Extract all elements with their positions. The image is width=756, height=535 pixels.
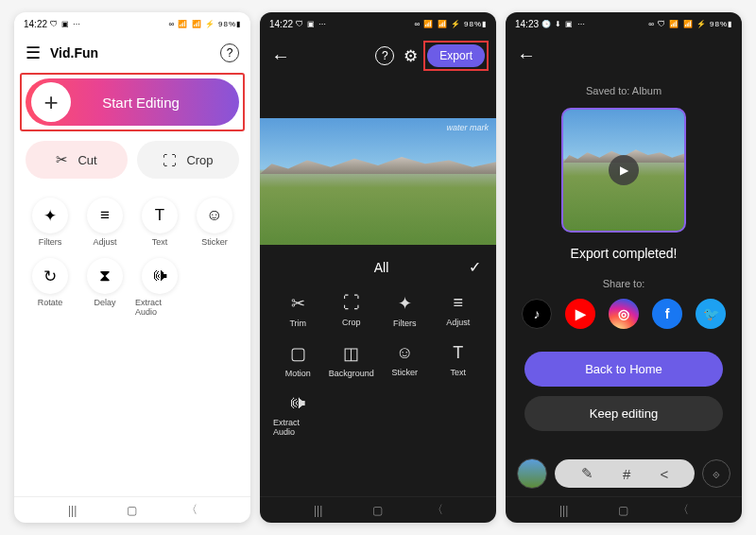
share-row: ♪▶◎f🐦 <box>522 299 726 329</box>
plus-icon: + <box>31 82 71 122</box>
nav-home-icon[interactable]: ▢ <box>616 503 631 518</box>
share-facebook-icon[interactable]: f <box>652 299 682 329</box>
screen-export-done: 14:23 🕒 ⬇ ▣ ⋯ ∞ 🛡 📶 📶 ⚡ 98%▮ ← Saved to:… <box>506 12 742 523</box>
filters-icon: ✦ <box>398 293 412 314</box>
tab-all[interactable]: All <box>294 260 469 275</box>
status-icons-right: ∞ 📶 📶 ⚡ 98%▮ <box>414 20 487 28</box>
tool-extract-audio[interactable]: 🕪Extract Audio <box>135 258 184 317</box>
etool-sticker[interactable]: ☺Sticker <box>380 343 430 378</box>
confirm-icon[interactable]: ✓ <box>469 258 481 276</box>
recent-thumbnail[interactable] <box>517 458 547 489</box>
etool-label: Text <box>450 368 466 377</box>
screen-home: 14:22 🛡 ▣ ⋯ ∞ 📶 📶 ⚡ 98%▮ ☰ Vid.Fun ? + S… <box>14 12 250 523</box>
background-icon: ◫ <box>343 343 359 364</box>
tool-filters[interactable]: ✦Filters <box>26 198 75 247</box>
etool-trim[interactable]: ✂Trim <box>273 293 323 328</box>
tool-rotate[interactable]: ↻Rotate <box>26 258 75 317</box>
status-time: 14:23 <box>515 19 539 29</box>
etool-filters[interactable]: ✦Filters <box>380 293 430 328</box>
edit-icon[interactable]: ✎ <box>581 465 593 482</box>
floating-action-icon[interactable]: ⟐ <box>702 459 730 488</box>
export-label: Export <box>439 49 472 62</box>
status-time: 14:22 <box>269 19 293 29</box>
help-icon[interactable]: ? <box>375 46 394 65</box>
nav-home-icon[interactable]: ▢ <box>125 503 140 518</box>
editor-header: ← ? ⚙ Export <box>260 35 496 77</box>
tool-label: Delay <box>94 298 115 307</box>
hashtag-icon[interactable]: # <box>623 466 630 482</box>
etool-label: Background <box>329 369 374 378</box>
system-nav-bar: ||| ▢ 〈 <box>14 496 250 523</box>
start-editing-label: Start Editing <box>71 95 239 111</box>
etool-label: Filters <box>393 319 417 328</box>
extract-audio-icon: 🕪 <box>289 393 306 413</box>
system-nav-bar: ||| ▢ 〈 <box>260 496 496 523</box>
back-icon[interactable]: ← <box>271 45 290 67</box>
cut-button[interactable]: ✂ Cut <box>26 141 128 179</box>
crop-icon: ⛶ <box>163 152 177 168</box>
crop-icon: ⛶ <box>343 293 360 313</box>
etool-crop[interactable]: ⛶Crop <box>327 293 377 328</box>
adjust-icon: ≡ <box>87 198 123 233</box>
nav-back-icon[interactable]: 〈 <box>184 503 199 518</box>
tool-label: Text <box>152 237 168 247</box>
tool-delay[interactable]: ⧗Delay <box>80 258 129 317</box>
share-twitter-icon[interactable]: 🐦 <box>696 299 726 329</box>
nav-recent-icon[interactable]: ||| <box>65 503 80 518</box>
back-to-home-button[interactable]: Back to Home <box>524 352 723 387</box>
menu-icon[interactable]: ☰ <box>26 43 41 63</box>
tool-text[interactable]: TText <box>135 198 184 247</box>
crop-label: Crop <box>186 153 213 167</box>
status-icons-left: 🕒 ⬇ ▣ ⋯ <box>541 20 586 28</box>
text-icon: T <box>142 198 178 233</box>
cut-label: Cut <box>77 153 96 167</box>
nav-back-icon[interactable]: 〈 <box>430 503 445 518</box>
nav-home-icon[interactable]: ▢ <box>370 503 386 518</box>
export-button[interactable]: Export <box>427 44 485 67</box>
etool-extract-audio[interactable]: 🕪Extract Audio <box>273 393 323 437</box>
status-icons-left: 🛡 ▣ ⋯ <box>50 20 81 28</box>
etool-label: Motion <box>285 369 311 378</box>
status-icons-left: 🛡 ▣ ⋯ <box>296 20 327 28</box>
editor-tools-grid: ✂Trim⛶Crop✦Filters≡Adjust▢Motion◫Backgro… <box>260 284 496 446</box>
tool-label: Sticker <box>201 237 228 247</box>
tool-label: Rotate <box>38 298 63 307</box>
sticker-icon: ☺ <box>197 198 232 233</box>
preview-mountains <box>260 157 496 174</box>
tool-adjust[interactable]: ≡Adjust <box>80 198 129 247</box>
etool-adjust[interactable]: ≡Adjust <box>434 293 484 328</box>
play-icon: ▶ <box>609 155 639 185</box>
exported-video-thumbnail[interactable]: ▶ <box>561 108 686 233</box>
nav-back-icon[interactable]: 〈 <box>676 503 691 518</box>
status-icons-right: ∞ 🛡 📶 📶 ⚡ 98%▮ <box>648 20 732 28</box>
tools-grid: ✦Filters≡AdjustTText☺Sticker↻Rotate⧗Dela… <box>14 186 250 328</box>
share-tiktok-icon[interactable]: ♪ <box>522 299 552 329</box>
keep-editing-button[interactable]: Keep editing <box>524 396 723 431</box>
delay-icon: ⧗ <box>87 258 123 294</box>
crop-button[interactable]: ⛶ Crop <box>137 141 239 179</box>
share-instagram-icon[interactable]: ◎ <box>609 299 639 329</box>
etool-label: Trim <box>289 319 306 328</box>
export-completed-text: Export completed! <box>571 246 678 261</box>
back-icon[interactable]: ← <box>517 44 536 66</box>
share-icon[interactable]: < <box>661 466 669 482</box>
motion-icon: ▢ <box>290 343 306 364</box>
start-editing-button[interactable]: + Start Editing <box>26 78 239 126</box>
editor-tabs: All ✓ <box>260 245 496 284</box>
gear-icon[interactable]: ⚙ <box>404 46 418 66</box>
bottom-pill: ✎ # < <box>555 459 695 488</box>
nav-recent-icon[interactable]: ||| <box>557 503 572 518</box>
video-preview[interactable]: water mark <box>260 118 496 245</box>
etool-motion[interactable]: ▢Motion <box>273 343 323 378</box>
etool-label: Extract Audio <box>273 418 323 437</box>
share-youtube-icon[interactable]: ▶ <box>565 299 595 329</box>
help-icon[interactable]: ? <box>220 43 239 62</box>
app-header: ☰ Vid.Fun ? <box>14 35 250 71</box>
keep-editing-label: Keep editing <box>590 406 658 421</box>
etool-text[interactable]: TText <box>434 343 484 378</box>
tool-label: Filters <box>39 237 62 247</box>
tool-sticker[interactable]: ☺Sticker <box>190 198 239 247</box>
etool-background[interactable]: ◫Background <box>327 343 377 378</box>
nav-recent-icon[interactable]: ||| <box>311 503 326 518</box>
filters-icon: ✦ <box>32 198 68 233</box>
